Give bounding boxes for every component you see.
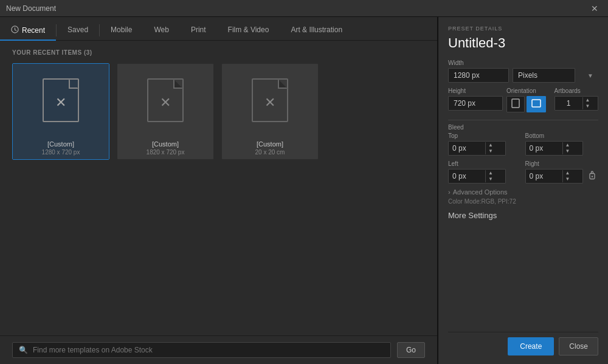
tab-art-label: Art & Illustration bbox=[291, 26, 342, 34]
bleed-top-up-button[interactable]: ▲ bbox=[486, 142, 496, 148]
artboards-down-button[interactable]: ▼ bbox=[583, 103, 593, 109]
preset-info-2: [Custom] 20 x 20 cm bbox=[222, 137, 318, 159]
close-button[interactable]: Close bbox=[559, 337, 598, 355]
bleed-left-input[interactable] bbox=[449, 170, 485, 183]
bleed-right-arrows: ▲ ▼ bbox=[562, 170, 573, 182]
bleed-right-input[interactable] bbox=[526, 170, 562, 183]
tab-mobile[interactable]: Mobile bbox=[100, 21, 143, 40]
preset-info-0: [Custom] 1280 x 720 px bbox=[13, 137, 109, 159]
file-x-2: ✕ bbox=[264, 96, 275, 109]
landscape-button[interactable] bbox=[527, 96, 546, 112]
preset-item-1[interactable]: ✕ [Custom] 1820 x 720 px bbox=[117, 63, 214, 160]
width-input[interactable] bbox=[448, 68, 509, 83]
search-input[interactable] bbox=[33, 346, 384, 354]
preset-dims-2: 20 x 20 cm bbox=[227, 149, 313, 156]
search-bar: 🔍 Go bbox=[0, 335, 437, 364]
preset-dims-0: 1280 x 720 px bbox=[18, 149, 104, 156]
right-panel: PRESET DETAILS Untitled-3 Width Pixels I… bbox=[438, 17, 608, 364]
artboards-up-button[interactable]: ▲ bbox=[583, 97, 593, 103]
orientation-group: Orientation bbox=[506, 88, 551, 112]
doc-title: Untitled-3 bbox=[448, 35, 598, 51]
tab-art[interactable]: Art & Illustration bbox=[280, 21, 353, 40]
bleed-right-label: Right bbox=[525, 160, 583, 167]
file-x-0: ✕ bbox=[55, 96, 66, 109]
dropdown-arrow-icon: ▼ bbox=[587, 72, 593, 79]
svg-rect-3 bbox=[512, 99, 519, 108]
tabs-bar: Recent Saved Mobile Web Print Film & Vid… bbox=[0, 17, 437, 41]
height-group: Height bbox=[448, 88, 503, 112]
file-icon-corner-1 bbox=[173, 79, 183, 89]
bleed-left-cell: Left ▲ ▼ bbox=[448, 160, 522, 184]
tab-recent[interactable]: Recent bbox=[0, 21, 56, 40]
spacer bbox=[448, 226, 598, 332]
search-icon: 🔍 bbox=[19, 346, 28, 354]
link-bleed-icon[interactable] bbox=[587, 170, 598, 184]
width-row: Pixels Inches Centimeters Millimeters Po… bbox=[448, 68, 598, 83]
preset-item-0[interactable]: ✕ [Custom] 1280 x 720 px bbox=[12, 63, 109, 160]
tab-mobile-label: Mobile bbox=[111, 26, 132, 34]
tab-saved[interactable]: Saved bbox=[57, 21, 99, 40]
tab-film-label: Film & Video bbox=[228, 26, 269, 34]
bleed-label: Bleed bbox=[448, 124, 598, 131]
bleed-top-down-button[interactable]: ▼ bbox=[486, 148, 496, 154]
recent-section: YOUR RECENT ITEMS (3) ✕ [Custom] bbox=[0, 41, 437, 335]
bleed-bottom-down-button[interactable]: ▼ bbox=[563, 148, 573, 154]
action-row: Create Close bbox=[448, 332, 598, 355]
bleed-right-spinbox: ▲ ▼ bbox=[525, 169, 583, 184]
tab-web[interactable]: Web bbox=[143, 21, 179, 40]
preset-item-2[interactable]: ✕ [Custom] 20 x 20 cm bbox=[221, 63, 319, 160]
preset-name-1: [Custom] bbox=[122, 140, 209, 148]
file-icon-corner-0 bbox=[69, 79, 78, 89]
bleed-right-row: Right ▲ ▼ bbox=[525, 160, 599, 184]
color-mode-text: Color Mode:RGB, PPI:72 bbox=[448, 198, 598, 205]
bleed-left-down-button[interactable]: ▼ bbox=[486, 176, 496, 182]
bleed-bottom-up-button[interactable]: ▲ bbox=[563, 142, 573, 148]
unit-dropdown-wrap: Pixels Inches Centimeters Millimeters Po… bbox=[513, 68, 598, 83]
bleed-top-input[interactable] bbox=[449, 142, 485, 155]
preset-details-label: PRESET DETAILS bbox=[448, 26, 598, 32]
bleed-left-up-button[interactable]: ▲ bbox=[486, 170, 496, 176]
create-button[interactable]: Create bbox=[508, 337, 554, 355]
bleed-grid: Top ▲ ▼ Bottom ▲ ▼ bbox=[448, 132, 598, 184]
svg-rect-4 bbox=[532, 100, 541, 107]
advanced-options-toggle[interactable]: › Advanced Options bbox=[448, 188, 598, 196]
bleed-left-arrows: ▲ ▼ bbox=[485, 170, 496, 182]
unit-dropdown[interactable]: Pixels Inches Centimeters Millimeters Po… bbox=[513, 68, 575, 83]
dialog-close-button[interactable]: ✕ bbox=[587, 2, 602, 15]
file-icon-0: ✕ bbox=[43, 78, 79, 122]
bleed-bottom-arrows: ▲ ▼ bbox=[562, 142, 573, 154]
more-settings-label: More Settings bbox=[448, 211, 598, 220]
height-input[interactable] bbox=[448, 96, 503, 111]
preset-thumb-0: ✕ bbox=[13, 64, 109, 137]
bleed-left-label: Left bbox=[448, 160, 522, 167]
preset-dims-1: 1820 x 720 px bbox=[122, 149, 209, 156]
bleed-top-spinbox: ▲ ▼ bbox=[448, 141, 506, 156]
tab-film[interactable]: Film & Video bbox=[217, 21, 280, 40]
tab-saved-label: Saved bbox=[67, 26, 88, 34]
artboards-group: Artboards ▲ ▼ bbox=[554, 88, 599, 112]
dialog-title: New Document bbox=[6, 4, 56, 13]
file-icon-body-2: ✕ bbox=[252, 78, 288, 122]
artboards-arrows: ▲ ▼ bbox=[582, 97, 593, 109]
bleed-right-down-button[interactable]: ▼ bbox=[563, 176, 573, 182]
tab-web-label: Web bbox=[154, 26, 168, 34]
bleed-left-spinbox: ▲ ▼ bbox=[448, 169, 506, 184]
title-bar: New Document ✕ bbox=[0, 0, 608, 17]
search-input-wrap: 🔍 bbox=[12, 342, 391, 358]
chevron-right-icon: › bbox=[448, 188, 451, 196]
go-button[interactable]: Go bbox=[397, 342, 425, 358]
artboards-label: Artboards bbox=[554, 88, 599, 94]
bleed-right-cell: Right ▲ ▼ bbox=[525, 160, 583, 184]
artboards-spinbox: ▲ ▼ bbox=[554, 96, 599, 111]
bleed-right-up-button[interactable]: ▲ bbox=[563, 170, 573, 176]
tab-recent-label: Recent bbox=[22, 26, 45, 35]
tab-print[interactable]: Print bbox=[180, 21, 217, 40]
portrait-button[interactable] bbox=[506, 96, 525, 112]
bleed-bottom-label: Bottom bbox=[525, 132, 599, 139]
svg-point-6 bbox=[591, 176, 592, 177]
artboards-input[interactable] bbox=[555, 97, 582, 110]
width-label: Width bbox=[448, 60, 598, 66]
bleed-bottom-input[interactable] bbox=[526, 142, 562, 155]
file-icon-corner-2 bbox=[278, 79, 288, 89]
file-icon-body-1: ✕ bbox=[147, 78, 184, 122]
